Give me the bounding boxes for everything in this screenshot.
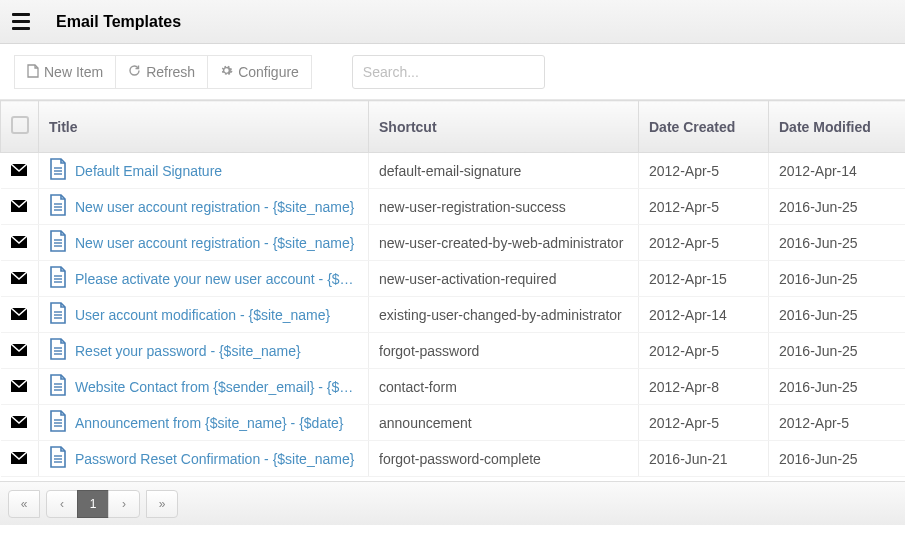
- gear-icon: [220, 64, 233, 79]
- envelope-icon[interactable]: [11, 271, 27, 287]
- template-shortcut: announcement: [369, 405, 639, 441]
- envelope-icon[interactable]: [11, 379, 27, 395]
- col-header-title[interactable]: Title: [39, 101, 369, 153]
- envelope-icon[interactable]: [11, 163, 27, 179]
- template-modified: 2016-Jun-25: [769, 333, 906, 369]
- page-1-button[interactable]: 1: [77, 490, 109, 518]
- toolbar: New Item Refresh Configure: [0, 44, 905, 100]
- template-created: 2012-Apr-5: [639, 153, 769, 189]
- template-title-link[interactable]: Default Email Signature: [75, 163, 222, 179]
- template-title-link[interactable]: Password Reset Confirmation - {$site_nam…: [75, 451, 354, 467]
- document-icon: [49, 338, 67, 363]
- table-row: Please activate your new user account - …: [1, 261, 906, 297]
- template-modified: 2016-Jun-25: [769, 225, 906, 261]
- table-row: Website Contact from {$sender_email} - {…: [1, 369, 906, 405]
- template-created: 2016-Jun-21: [639, 441, 769, 477]
- template-modified: 2016-Jun-25: [769, 441, 906, 477]
- refresh-label: Refresh: [146, 64, 195, 80]
- document-icon: [49, 194, 67, 219]
- menu-icon[interactable]: [10, 9, 34, 34]
- template-title-link[interactable]: New user account registration - {$site_n…: [75, 199, 354, 215]
- page-first-button[interactable]: «: [8, 490, 40, 518]
- header-bar: Email Templates: [0, 0, 905, 44]
- configure-button[interactable]: Configure: [207, 55, 312, 89]
- page-prev-button[interactable]: ‹: [46, 490, 78, 518]
- configure-label: Configure: [238, 64, 299, 80]
- envelope-icon[interactable]: [11, 307, 27, 323]
- document-icon: [49, 266, 67, 291]
- document-icon: [49, 230, 67, 255]
- search-input[interactable]: [352, 55, 545, 89]
- templates-table: Title Shortcut Date Created Date Modifie…: [0, 100, 905, 477]
- envelope-icon[interactable]: [11, 343, 27, 359]
- page-last-button[interactable]: »: [146, 490, 178, 518]
- template-shortcut: new-user-registration-success: [369, 189, 639, 225]
- template-title-link[interactable]: Announcement from {$site_name} - {$date}: [75, 415, 344, 431]
- template-modified: 2016-Jun-25: [769, 189, 906, 225]
- template-created: 2012-Apr-5: [639, 333, 769, 369]
- col-header-modified[interactable]: Date Modified: [769, 101, 906, 153]
- template-shortcut: default-email-signature: [369, 153, 639, 189]
- template-title-link[interactable]: New user account registration - {$site_n…: [75, 235, 354, 251]
- template-created: 2012-Apr-15: [639, 261, 769, 297]
- template-shortcut: existing-user-changed-by-administrator: [369, 297, 639, 333]
- document-icon: [49, 410, 67, 435]
- template-created: 2012-Apr-14: [639, 297, 769, 333]
- document-icon: [49, 374, 67, 399]
- template-shortcut: contact-form: [369, 369, 639, 405]
- table-row: Default Email Signature default-email-si…: [1, 153, 906, 189]
- template-created: 2012-Apr-8: [639, 369, 769, 405]
- refresh-icon: [128, 64, 141, 79]
- template-modified: 2016-Jun-25: [769, 297, 906, 333]
- template-shortcut: forgot-password-complete: [369, 441, 639, 477]
- col-header-created[interactable]: Date Created: [639, 101, 769, 153]
- table-row: User account modification - {$site_name}…: [1, 297, 906, 333]
- template-shortcut: forgot-password: [369, 333, 639, 369]
- template-created: 2012-Apr-5: [639, 405, 769, 441]
- template-title-link[interactable]: User account modification - {$site_name}: [75, 307, 330, 323]
- template-title-link[interactable]: Please activate your new user account - …: [75, 271, 358, 287]
- table-row: Reset your password - {$site_name} forgo…: [1, 333, 906, 369]
- envelope-icon[interactable]: [11, 415, 27, 431]
- pagination: « ‹ 1 › »: [0, 481, 905, 525]
- template-created: 2012-Apr-5: [639, 189, 769, 225]
- page-title: Email Templates: [56, 13, 181, 31]
- template-title-link[interactable]: Reset your password - {$site_name}: [75, 343, 301, 359]
- envelope-icon[interactable]: [11, 199, 27, 215]
- page-next-button[interactable]: ›: [108, 490, 140, 518]
- envelope-icon[interactable]: [11, 451, 27, 467]
- template-modified: 2012-Apr-14: [769, 153, 906, 189]
- new-item-button[interactable]: New Item: [14, 55, 116, 89]
- template-modified: 2016-Jun-25: [769, 369, 906, 405]
- file-icon: [27, 64, 39, 80]
- col-header-select: [1, 101, 39, 153]
- document-icon: [49, 446, 67, 471]
- table-row: New user account registration - {$site_n…: [1, 189, 906, 225]
- template-created: 2012-Apr-5: [639, 225, 769, 261]
- table-row: Password Reset Confirmation - {$site_nam…: [1, 441, 906, 477]
- template-modified: 2012-Apr-5: [769, 405, 906, 441]
- document-icon: [49, 158, 67, 183]
- template-shortcut: new-user-created-by-web-administrator: [369, 225, 639, 261]
- template-shortcut: new-user-activation-required: [369, 261, 639, 297]
- new-item-label: New Item: [44, 64, 103, 80]
- col-header-shortcut[interactable]: Shortcut: [369, 101, 639, 153]
- document-icon: [49, 302, 67, 327]
- envelope-icon[interactable]: [11, 235, 27, 251]
- select-all-checkbox[interactable]: [11, 116, 29, 134]
- template-title-link[interactable]: Website Contact from {$sender_email} - {…: [75, 379, 358, 395]
- table-row: New user account registration - {$site_n…: [1, 225, 906, 261]
- refresh-button[interactable]: Refresh: [115, 55, 208, 89]
- template-modified: 2016-Jun-25: [769, 261, 906, 297]
- table-row: Announcement from {$site_name} - {$date}…: [1, 405, 906, 441]
